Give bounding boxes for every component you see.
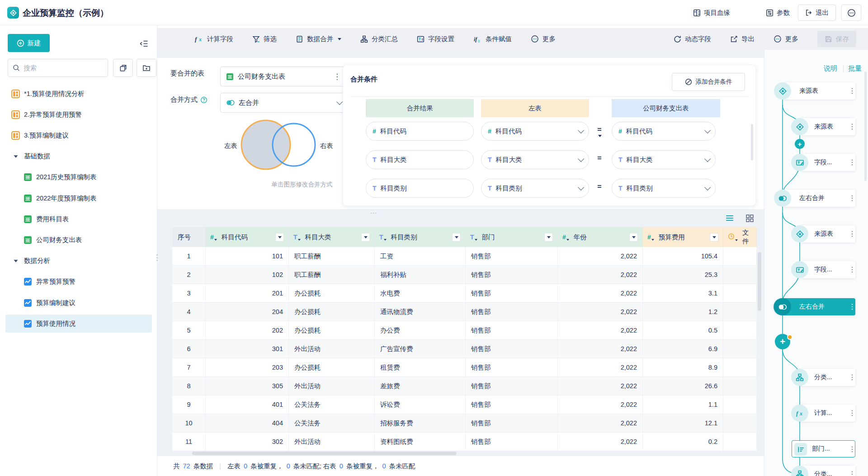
save-button[interactable]: 保存 — [817, 31, 856, 47]
toolbar-filter-button[interactable]: 筛选 — [252, 35, 277, 43]
header-more-button[interactable] — [841, 5, 861, 21]
sidebar-item-4[interactable]: 2021历史预算编制表 — [0, 168, 157, 186]
toolbar-mergeDoc-button[interactable]: 数据合并 — [296, 35, 341, 43]
help-icon[interactable] — [200, 96, 208, 104]
equals-operator[interactable]: = — [594, 126, 604, 134]
sidebar-item-1[interactable]: 2.异常预算使用预警 — [0, 105, 157, 124]
sidebar-item-10[interactable]: 预算编制建议 — [0, 294, 157, 312]
merge-result-field-2[interactable]: T科目类别 — [366, 179, 474, 198]
table-vertical-scrollbar[interactable] — [758, 252, 761, 311]
sidebar-item-7[interactable]: 公司财务支出表 — [0, 231, 157, 249]
table-cell: 11 — [172, 433, 206, 451]
ifzero-icon: if0 — [473, 35, 482, 43]
sidebar-item-0[interactable]: *1.预算使用情况分析 — [0, 85, 157, 103]
sort-node-icon[interactable] — [794, 443, 807, 456]
node-menu-icon[interactable]: ⋮ — [849, 230, 856, 238]
node-menu-icon[interactable]: ⋮ — [849, 446, 856, 453]
source-node-icon[interactable] — [774, 82, 791, 100]
node-menu-icon[interactable]: ⋮ — [849, 123, 856, 130]
column-header-4[interactable]: T部门 — [466, 227, 558, 247]
sidebar-item-9[interactable]: 异常预算预警 — [0, 273, 157, 291]
exit-button[interactable]: 退出 — [798, 5, 836, 21]
equals-operator[interactable]: = — [594, 154, 604, 162]
column-filter-button[interactable] — [629, 233, 638, 242]
add-merge-condition-button[interactable]: 添加合并条件 — [672, 73, 745, 91]
column-filter-button[interactable] — [544, 233, 553, 242]
merge-left-field-1[interactable]: T科目大类 — [481, 150, 589, 169]
merge-left-field-0[interactable]: #科目代码 — [481, 122, 589, 141]
popout-panel-button[interactable] — [113, 59, 133, 77]
toolbar-moreCircle-button[interactable]: 更多 — [774, 35, 798, 43]
column-header-1[interactable]: #科目代码 — [206, 227, 289, 247]
groupby-node-icon[interactable] — [791, 369, 808, 386]
node-menu-icon[interactable]: ⋮ — [849, 303, 856, 310]
node-menu-icon[interactable]: ⋮ — [849, 409, 856, 417]
column-filter-button[interactable] — [275, 233, 284, 242]
table-header-row: 序号#科目代码T科目大类T科目类别T部门#年份#预算费用文件 — [172, 227, 757, 247]
column-header-2[interactable]: T科目大类 — [289, 227, 375, 247]
table-view-toggle[interactable] — [723, 212, 736, 224]
new-folder-button[interactable] — [137, 59, 156, 77]
flow-node-0[interactable]: 来源表 — [783, 82, 855, 100]
field-node-icon[interactable] — [791, 261, 808, 278]
sidebar-item-2[interactable]: 3.预算编制建议 — [0, 126, 157, 144]
node-menu-icon[interactable]: ⋮ — [849, 471, 856, 476]
merge-table-menu-icon[interactable]: ⋮ — [333, 73, 341, 81]
add-step-button[interactable]: + — [795, 139, 805, 149]
toolbar-moreCircle-button[interactable]: 更多 — [531, 35, 556, 43]
toolbar-groupby-button[interactable]: 分类汇总 — [360, 35, 398, 43]
flow-node-4[interactable]: 左右合并 — [783, 190, 855, 207]
toolbar-exportIcon-button[interactable]: 导出 — [730, 35, 755, 43]
sidebar-item-group-3[interactable]: 基础数据 — [0, 148, 157, 166]
equals-operator[interactable]: = — [594, 183, 604, 191]
node-menu-icon[interactable]: ⋮ — [849, 195, 856, 202]
new-button[interactable]: 新建 — [8, 34, 50, 52]
column-filter-button[interactable] — [452, 233, 461, 242]
card-view-toggle[interactable] — [743, 212, 756, 224]
toolbar-dynamic-button[interactable]: 动态字段 — [674, 35, 711, 43]
sidebar-item-group-8[interactable]: 数据分析 — [0, 252, 157, 270]
source-node-icon[interactable] — [791, 225, 808, 243]
field-node-icon[interactable] — [791, 154, 808, 171]
search-input[interactable] — [24, 64, 103, 71]
join-node-icon[interactable] — [774, 298, 791, 315]
column-filter-button[interactable] — [361, 233, 370, 242]
merge-right-field-1[interactable]: T科目大类 — [612, 150, 716, 169]
merge-panel-scrollbar[interactable] — [751, 124, 753, 160]
panel-resize-handle[interactable]: ⋯ — [366, 212, 382, 216]
table-horizontal-scrollbar[interactable] — [192, 452, 457, 455]
caret-down-icon[interactable] — [14, 259, 18, 263]
merge-table-select[interactable]: 公司财务支出表 ⋮ — [220, 67, 347, 86]
merge-result-field-0[interactable]: #科目代码 — [366, 122, 474, 141]
source-node-icon[interactable] — [791, 118, 808, 135]
node-menu-icon[interactable]: ⋮ — [849, 374, 856, 381]
node-menu-icon[interactable]: ⋮ — [849, 159, 856, 166]
toolbar-fieldset-button[interactable]: 字段设置 — [417, 35, 454, 43]
project-lineage-button[interactable]: 项目血缘 — [693, 0, 730, 25]
column-header-7[interactable]: 文件 — [723, 227, 757, 247]
merge-left-field-2[interactable]: T科目类别 — [481, 179, 589, 198]
merge-right-field-2[interactable]: T科目类别 — [612, 179, 716, 198]
table-cell: 0.2 — [643, 433, 723, 451]
collapse-sidebar-icon[interactable] — [137, 38, 151, 49]
calc-node-icon[interactable]: fx — [791, 405, 808, 422]
join-node-icon[interactable] — [774, 190, 791, 207]
column-header-5[interactable]: #年份 — [558, 227, 643, 247]
merge-method-select[interactable]: 左合并 — [220, 93, 347, 113]
merge-right-field-0[interactable]: #科目代码 — [612, 122, 716, 141]
sidebar-item-11[interactable]: 预算使用情况 — [0, 314, 157, 333]
params-button[interactable]: 参数 — [766, 0, 790, 25]
column-header-6[interactable]: #预算费用 — [643, 227, 723, 247]
column-header-3[interactable]: T科目类别 — [375, 227, 466, 247]
column-filter-button[interactable] — [710, 233, 718, 242]
node-menu-icon[interactable]: ⋮ — [849, 87, 856, 95]
sidebar-item-6[interactable]: 费用科目表 — [0, 210, 157, 228]
merge-result-field-1[interactable]: T科目大类 — [366, 150, 474, 169]
flow-scrollbar[interactable] — [864, 71, 867, 181]
sidebar-resize-grip[interactable] — [155, 252, 159, 263]
node-menu-icon[interactable]: ⋮ — [849, 266, 856, 273]
toolbar-fx-button[interactable]: fx计算字段 — [194, 35, 233, 43]
caret-down-icon[interactable] — [14, 155, 18, 158]
sidebar-item-5[interactable]: 2022年度预算编制表 — [0, 189, 157, 207]
toolbar-ifzero-button[interactable]: if0条件赋值 — [473, 35, 512, 43]
